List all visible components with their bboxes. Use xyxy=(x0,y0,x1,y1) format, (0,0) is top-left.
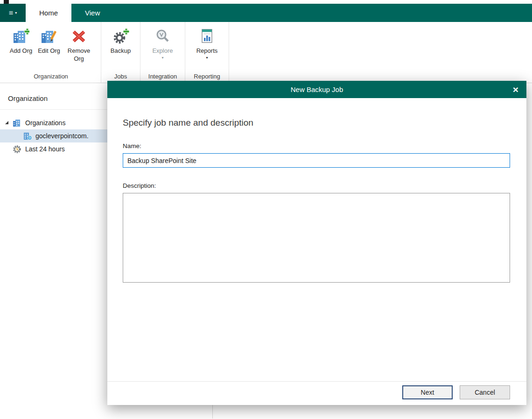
backup-label: Backup xyxy=(111,47,131,55)
dialog-heading: Specify job name and description xyxy=(123,118,510,128)
ribbon-group-organization: Add Org xyxy=(1,22,101,83)
next-button[interactable]: Next xyxy=(402,385,453,399)
description-label: Description: xyxy=(123,182,510,189)
expand-collapse-icon[interactable] xyxy=(4,120,10,126)
dialog-footer: Next Cancel xyxy=(107,381,526,405)
reports-dropdown-icon: ▾ xyxy=(206,56,208,60)
ribbon-group-reporting: Reports ▾ Reporting xyxy=(185,22,229,83)
remove-org-icon xyxy=(70,28,87,45)
explore-icon xyxy=(154,28,171,45)
reports-label: Reports xyxy=(196,47,218,55)
hamburger-icon: ≡ xyxy=(9,9,13,17)
add-org-button[interactable]: Add Org xyxy=(7,27,35,57)
ribbon-group-integration: Explore ▾ Integration xyxy=(140,22,185,83)
organizations-icon xyxy=(13,118,22,128)
remove-org-button[interactable]: Remove Org xyxy=(63,27,94,64)
ribbon-group-jobs: Backup Jobs xyxy=(101,22,140,83)
job-description-textarea[interactable] xyxy=(123,193,510,283)
close-icon[interactable]: × xyxy=(505,81,526,98)
reports-icon xyxy=(199,28,216,45)
edit-org-button[interactable]: Edit Org xyxy=(35,27,63,57)
edit-org-icon xyxy=(41,28,57,45)
tab-home[interactable]: Home xyxy=(26,4,71,22)
remove-org-label: Remove Org xyxy=(65,47,92,63)
backup-button[interactable]: Backup xyxy=(107,27,134,57)
dialog-body: Specify job name and description Name: D… xyxy=(107,98,526,381)
ribbon-group-label-organization: Organization xyxy=(3,71,98,83)
add-org-label: Add Org xyxy=(10,47,32,55)
app-menu-button[interactable]: ≡ ▾ xyxy=(0,4,26,22)
ribbon-tabstrip: ≡ ▾ Home View xyxy=(0,4,532,22)
app-icon xyxy=(4,0,9,4)
reports-button[interactable]: Reports ▾ xyxy=(194,27,221,61)
last-24-hours-icon xyxy=(13,144,22,154)
dialog-titlebar: New Backup Job × xyxy=(107,81,526,98)
explore-label: Explore xyxy=(152,47,173,55)
add-org-icon xyxy=(13,28,29,45)
explore-dropdown-icon: ▾ xyxy=(161,56,163,60)
tab-view[interactable]: View xyxy=(71,4,113,22)
job-name-input[interactable] xyxy=(123,153,510,168)
tree-item-label: gocleverpointcom. xyxy=(35,132,89,140)
cancel-button[interactable]: Cancel xyxy=(460,385,510,399)
ribbon: Add Org xyxy=(0,22,532,83)
edit-org-label: Edit Org xyxy=(38,47,60,55)
new-backup-job-dialog: New Backup Job × Specify job name and de… xyxy=(107,81,526,405)
name-label: Name: xyxy=(123,142,510,149)
backup-icon xyxy=(112,28,129,45)
tree-item-label: Last 24 hours xyxy=(25,145,65,153)
tree-item-label: Organizations xyxy=(25,119,65,127)
window-top-edge xyxy=(0,0,532,4)
chevron-down-icon: ▾ xyxy=(15,11,17,15)
dialog-title: New Backup Job xyxy=(291,85,343,93)
tenant-org-icon xyxy=(23,131,32,141)
explore-button[interactable]: Explore ▾ xyxy=(149,27,176,61)
